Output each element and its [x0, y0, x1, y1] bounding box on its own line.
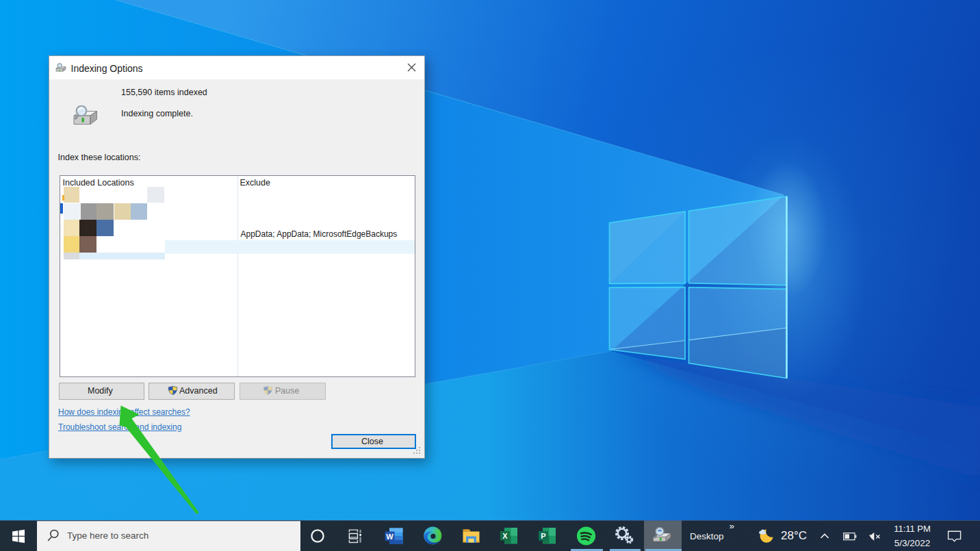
svg-text:P: P: [541, 532, 545, 540]
svg-text:W: W: [386, 532, 394, 540]
svg-text:X: X: [502, 532, 508, 540]
